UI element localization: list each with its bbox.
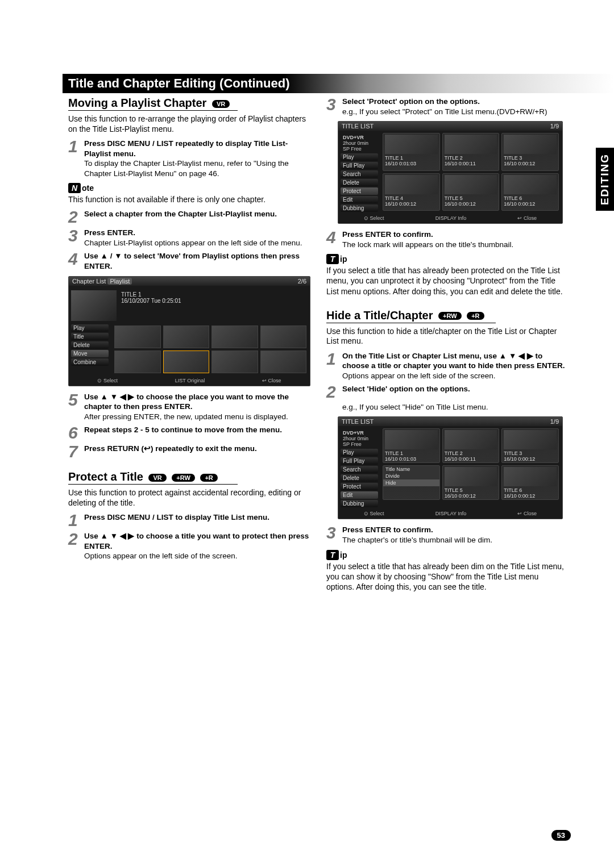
mock1-cell4: TITLE 5 — [445, 195, 463, 201]
mock2-menu-fullplay: Full Play — [341, 457, 378, 465]
mock-info1: TITLE 1 — [121, 291, 181, 298]
protect-s4-text: The lock mark will appears on the title'… — [342, 240, 513, 249]
step3-bold: Press ENTER. — [84, 228, 135, 237]
mock2-meta0: 16/10 0:01:03 — [385, 456, 416, 462]
mock2-cell5: TITLE 6 — [504, 487, 522, 493]
mock1-counter: 1/9 — [550, 123, 559, 130]
mock2-menu-search: Search — [341, 466, 378, 473]
mock1-meta4: 16/10 0:00:12 — [445, 201, 476, 207]
title-list-hide-screenshot: TITLE LIST 1/9 DVD+VR 2hour 0min SP Free… — [338, 416, 563, 519]
mock2-menu-protect: Protect — [341, 483, 378, 490]
mock-menu-play: Play — [71, 324, 109, 332]
mock-title: Chapter List — [72, 278, 106, 285]
mock-menu-title: Title — [71, 333, 109, 340]
mock1-meta2: 16/10 0:00:12 — [504, 161, 535, 166]
mock-menu-combine: Combine — [71, 358, 109, 366]
page-number: 53 — [551, 830, 571, 841]
protect-s3-text: e.g., If you select "Protect" on Title L… — [342, 107, 547, 116]
mock-status-select: ⊙ Select — [97, 378, 118, 383]
mock-menu-move: Move — [71, 350, 109, 357]
step-number: 2 — [68, 531, 81, 561]
mock2-status1: DISPLAY Info — [435, 511, 467, 516]
note-body: This function is not available if there … — [68, 194, 310, 205]
protect-step-4: 4 Press ENTER to confirm. The lock mark … — [326, 229, 569, 249]
hide-step-2: 2 Select 'Hide' option on the options. e… — [326, 384, 569, 412]
mock2-status0: ⊙ Select — [364, 511, 384, 516]
step1-bold: Press DISC MENU / LIST repeatedly to dis… — [84, 139, 288, 158]
hide-s2-text: e.g., If you select "Hide" on Title List… — [342, 403, 488, 411]
mock2-sub1: Divide — [383, 473, 439, 479]
protect-s2-bold: Use ▲ ▼ ◀ ▶ to choose a title you want t… — [84, 532, 309, 550]
protect-tip-body: If you select a title that has already b… — [326, 265, 569, 297]
hide-s3-text: The chapter's or title's thumbnail will … — [342, 536, 492, 544]
chapter-list-screenshot: Chapter List Playlist 2/6 TITLE 1 16/10/… — [68, 276, 310, 386]
hide-intro: Use this function to hide a title/chapte… — [326, 327, 569, 347]
step-number: 2 — [326, 384, 339, 412]
step-number: 3 — [326, 525, 339, 545]
hide-s2-bold: Select 'Hide' option on the options. — [342, 385, 470, 393]
header-title: Title and Chapter Editing (Continued) — [68, 76, 289, 91]
moving-step-1: 1 Press DISC MENU / LIST repeatedly to d… — [68, 139, 310, 178]
badge-plusrw: +RW — [438, 312, 462, 320]
step-number: 5 — [68, 392, 81, 422]
mock1-menu-edit: Edit — [341, 196, 378, 203]
protect-intro: Use this function to protect against acc… — [68, 488, 310, 508]
note-label: ote — [82, 183, 94, 193]
step5-bold: Use ▲ ▼ ◀ ▶ to choose the place you want… — [84, 393, 289, 411]
protect-section-title: Protect a Title VR +RW +R — [68, 470, 238, 485]
moving-step-7: 7 Press RETURN (↩) repeatedly to exit th… — [68, 444, 310, 459]
hide-title-text: Hide a Title/Chapter — [326, 309, 433, 322]
step-number: 7 — [68, 444, 81, 459]
moving-step-3: 3 Press ENTER. Chapter List-Playlist opt… — [68, 228, 310, 248]
protect-tip-heading: Tip — [326, 254, 569, 264]
step-number: 3 — [326, 97, 339, 116]
mock1-status0: ⊙ Select — [364, 215, 384, 221]
mock2-info2: SP Free — [343, 441, 362, 447]
protect-title-text: Protect a Title — [68, 470, 143, 483]
hide-section-title: Hide a Title/Chapter +RW +R — [326, 309, 496, 323]
mock2-disc: DVD+VR — [343, 430, 364, 436]
protect-s3-bold: Select 'Protect' option on the options. — [342, 97, 480, 106]
mock1-status2: ↩ Close — [517, 215, 537, 221]
badge-vr: VR — [212, 100, 230, 108]
hide-s1-text: Options appear on the left side of the s… — [342, 372, 495, 380]
note-dropcap: N — [68, 183, 81, 193]
hide-tip-heading: Tip — [326, 550, 569, 560]
protect-step-3: 3 Select 'Protect' option on the options… — [326, 97, 569, 116]
step-number: 3 — [68, 228, 81, 248]
mock1-menu-protect: Protect — [341, 187, 378, 195]
mock2-status2: ↩ Close — [517, 511, 537, 516]
mock2-cell0: TITLE 1 — [385, 450, 403, 456]
mock1-info2: SP Free — [343, 146, 362, 152]
mock1-cell2: TITLE 3 — [504, 155, 522, 161]
step-number: 1 — [68, 139, 81, 178]
mock1-meta1: 16/10 0:00:11 — [445, 161, 476, 166]
mock1-menu-delete: Delete — [341, 179, 378, 186]
mock1-meta0: 16/10 0:01:03 — [385, 161, 416, 166]
mock-menu-delete: Delete — [71, 341, 109, 349]
badge-plusrw: +RW — [172, 474, 195, 482]
step-number: 1 — [68, 512, 81, 528]
step-number: 4 — [326, 229, 339, 249]
moving-title-text: Moving a Playlist Chapter — [68, 97, 206, 109]
step1-text: To display the Chapter List-Playlist men… — [84, 159, 289, 178]
mock2-sub0: Title Name — [383, 466, 439, 473]
note-heading: Note — [68, 183, 310, 193]
mock1-status1: DISPLAY Info — [435, 215, 467, 221]
step3-text: Chapter List-Playlist options appear on … — [84, 239, 302, 247]
moving-step-5: 5 Use ▲ ▼ ◀ ▶ to choose the place you wa… — [68, 392, 310, 422]
mock2-meta4: 16/10 0:00:12 — [445, 493, 476, 499]
title-list-protect-screenshot: TITLE LIST 1/9 DVD+VR 2hour 0min SP Free… — [338, 121, 563, 224]
tip-dropcap: T — [326, 550, 339, 560]
mock1-cell1: TITLE 2 — [445, 155, 463, 161]
mock2-menu-edit: Edit — [341, 491, 378, 499]
protect-s2-text: Options appear on the left side of the s… — [84, 552, 237, 560]
mock2-meta5: 16/10 0:00:12 — [504, 493, 535, 499]
step7-bold: Press RETURN (↩) repeatedly to exit the … — [84, 444, 257, 453]
moving-intro: Use this function to re-arrange the play… — [68, 114, 310, 134]
mock1-menu-search: Search — [341, 170, 378, 178]
mock1-disc: DVD+VR — [343, 135, 364, 140]
protect-step-2: 2 Use ▲ ▼ ◀ ▶ to choose a title you want… — [68, 531, 310, 561]
protect-s1-bold: Press DISC MENU / LIST to display Title … — [84, 513, 269, 521]
mock-counter: 2/6 — [298, 278, 306, 285]
